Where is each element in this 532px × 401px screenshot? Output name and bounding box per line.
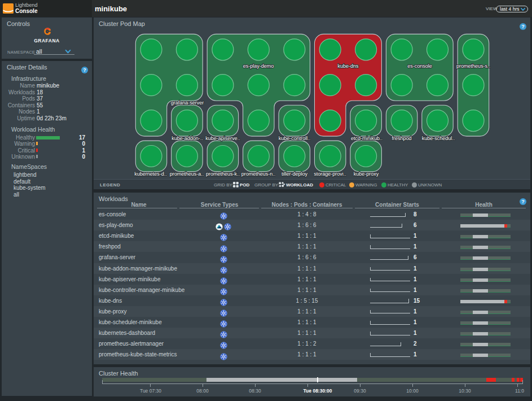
svg-text:kube-dns: kube-dns — [337, 63, 359, 69]
svg-text:prometheus-a..: prometheus-a.. — [170, 171, 204, 177]
svg-text:es-play-demo: es-play-demo — [243, 63, 274, 69]
svg-text:kube-addon-..: kube-addon-.. — [172, 136, 203, 141]
svg-text:es-console: es-console — [407, 63, 432, 69]
svg-text:etcd-minikub..: etcd-minikub.. — [351, 136, 382, 141]
svg-text:prometheus-n..: prometheus-n.. — [241, 171, 276, 177]
svg-text:prometheus-s..: prometheus-s.. — [456, 63, 490, 69]
svg-text:kube-proxy: kube-proxy — [354, 171, 379, 177]
svg-text:kube-apiserve..: kube-apiserve.. — [205, 136, 240, 141]
svg-text:kubernetes-d..: kubernetes-d.. — [134, 171, 167, 177]
svg-text:kube-schedul..: kube-schedul.. — [422, 136, 455, 141]
svg-text:kube-controll..: kube-controll.. — [279, 136, 311, 141]
svg-text:grafana-server: grafana-server — [171, 100, 204, 106]
svg-text:storage-provi..: storage-provi.. — [314, 171, 346, 177]
svg-text:freshpod: freshpod — [392, 136, 411, 141]
svg-text:prometheus-k..: prometheus-k.. — [206, 171, 240, 177]
svg-text:tiller-deploy: tiller-deploy — [282, 171, 308, 177]
